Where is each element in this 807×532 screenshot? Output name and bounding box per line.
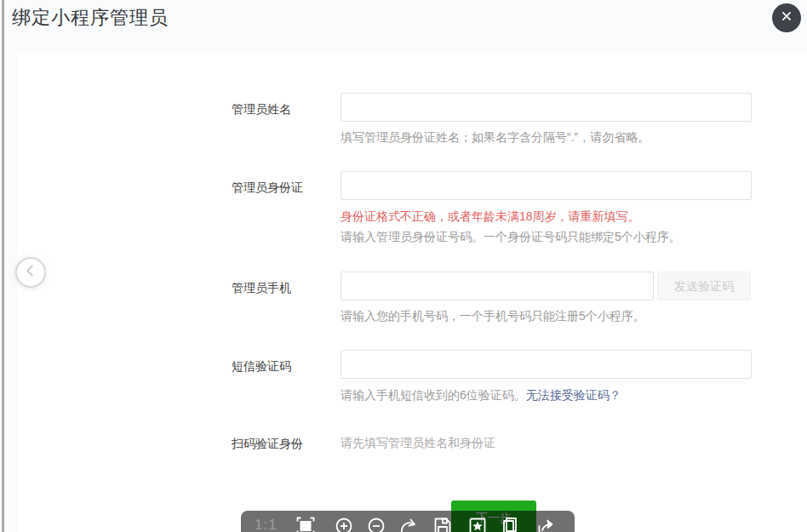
admin-id-label: 管理员身份证: [232, 179, 303, 196]
image-viewer-toolbar: 1:1: [241, 511, 575, 532]
sms-code-hint-text: 请输入手机短信收到的6位验证码。: [341, 388, 526, 402]
send-code-button[interactable]: 发送验证码: [657, 272, 751, 300]
favorite-icon[interactable]: [467, 516, 488, 532]
left-edge-border: [2, 0, 4, 532]
copy-icon[interactable]: [500, 516, 520, 532]
scan-verify-label: 扫码验证身份: [232, 435, 303, 452]
admin-id-error: 身份证格式不正确，或者年龄未满18周岁，请重新填写。: [341, 209, 640, 225]
back-button[interactable]: [15, 257, 46, 288]
zoom-out-icon[interactable]: [366, 516, 386, 532]
page-title: 绑定小程序管理员: [12, 5, 169, 31]
scan-verify-text: 请先填写管理员姓名和身份证: [341, 435, 495, 451]
save-icon[interactable]: [432, 516, 453, 532]
admin-name-hint: 填写管理员身份证姓名；如果名字含分隔号“.”，请勿省略。: [341, 129, 650, 146]
admin-phone-hint: 请输入您的手机号码，一个手机号码只能注册5个小程序。: [341, 308, 645, 324]
sms-code-input[interactable]: [341, 350, 752, 379]
zoom-in-icon[interactable]: [334, 516, 354, 532]
sms-code-hint: 请输入手机短信收到的6位验证码。无法接受验证码？: [341, 387, 621, 403]
admin-phone-input[interactable]: [341, 272, 654, 300]
cannot-receive-code-link[interactable]: 无法接受验证码？: [526, 388, 621, 402]
share-icon[interactable]: [536, 516, 557, 532]
chevron-left-icon: [22, 262, 39, 283]
admin-phone-label: 管理员手机: [232, 279, 291, 296]
fit-to-window-icon[interactable]: [295, 516, 316, 532]
admin-id-input[interactable]: [341, 171, 752, 200]
admin-id-hint: 请输入管理员身份证号码。一个身份证号码只能绑定5个小程序。: [341, 229, 681, 245]
admin-name-label: 管理员姓名: [232, 100, 291, 117]
sms-code-label: 短信验证码: [232, 358, 291, 375]
actual-size-icon[interactable]: 1:1: [255, 517, 278, 532]
close-icon: [779, 9, 794, 27]
close-button[interactable]: [772, 3, 801, 32]
redo-icon[interactable]: [398, 516, 419, 532]
admin-name-input[interactable]: [341, 93, 752, 122]
